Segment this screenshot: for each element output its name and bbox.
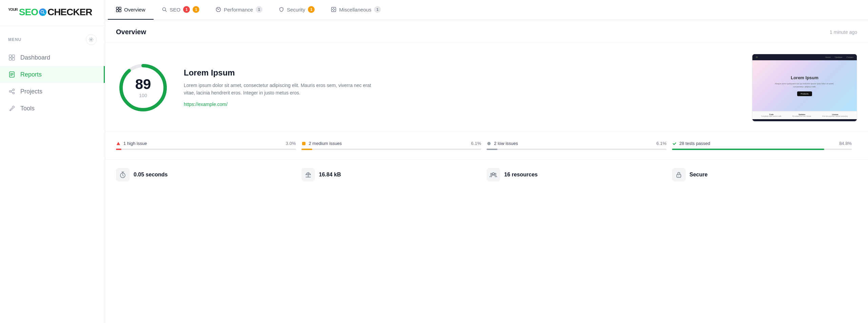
thumbnail-nav-link-updates: Updates [835, 56, 842, 58]
security-tab-icon [279, 7, 284, 12]
low-issue-pct: 6.1% [656, 141, 667, 146]
svg-line-14 [11, 90, 13, 91]
menu-settings-button[interactable] [86, 34, 97, 45]
svg-point-37 [492, 173, 494, 175]
site-name: Lorem Ipsum [184, 68, 738, 78]
svg-rect-5 [9, 58, 12, 60]
svg-point-11 [9, 91, 11, 92]
passed-issue-icon [672, 141, 677, 146]
gauge-score-value: 89 [135, 77, 151, 91]
sidebar-item-reports[interactable]: Reports [0, 66, 105, 83]
thumbnail-nav-link-home: Home [825, 56, 831, 58]
thumbnail-body: Lorem Ipsum Neque porro quisquam est qui… [752, 60, 857, 111]
resources-icon [487, 168, 500, 181]
stat-time: 0.05 seconds [116, 168, 301, 181]
tab-miscellaneous[interactable]: Miscellaneous 1 [323, 0, 389, 20]
svg-point-38 [491, 173, 492, 175]
thumbnail-footer: Code Completely open source code. Update… [752, 111, 857, 119]
tools-icon [8, 105, 16, 112]
scale-icon [301, 168, 315, 181]
tab-security-label: Security [287, 7, 305, 13]
svg-point-16 [10, 110, 11, 110]
logo-your: YOUR [8, 7, 18, 12]
svg-line-15 [11, 92, 13, 93]
svg-line-22 [165, 10, 166, 12]
svg-rect-19 [116, 10, 118, 12]
medium-issue-icon [301, 141, 306, 146]
high-issue-pct: 3.0% [286, 141, 296, 146]
thumbnail-cta-button: Products [797, 91, 812, 96]
issue-low-label-row: 2 low issues [487, 141, 518, 146]
high-issue-icon [116, 141, 121, 146]
thumbnail-footer-license: License One time payment, lifetime owner… [822, 113, 848, 117]
issue-passed-header: 28 tests passed 84.8% [672, 141, 852, 146]
sidebar: YOUR SEO CHECKER MENU [0, 0, 105, 323]
site-info: Lorem Ipsum Lorem ipsum dolor sit amet, … [184, 68, 738, 108]
logo-seo: SEO [19, 7, 38, 18]
menu-header: MENU [0, 26, 105, 49]
sidebar-item-projects-label: Projects [20, 88, 42, 95]
svg-rect-18 [119, 7, 121, 9]
svg-point-39 [495, 173, 496, 175]
high-issue-label: 1 high issue [123, 141, 147, 146]
score-section: 89 100 Lorem Ipsum Lorem ipsum dolor sit… [105, 43, 868, 131]
svg-rect-17 [116, 7, 118, 9]
svg-rect-29 [332, 7, 336, 12]
svg-point-27 [334, 9, 335, 10]
stat-secure-value: Secure [690, 172, 708, 178]
sidebar-nav: Dashboard Reports [0, 49, 105, 117]
thumbnail-subtitle: Neque porro quisquam est qui dolorem ips… [771, 82, 839, 88]
logo-checker: CHECKER [47, 7, 92, 18]
medium-issue-label: 2 medium issues [309, 141, 342, 146]
tab-overview-label: Overview [124, 7, 145, 13]
thumbnail-nav-dot [756, 56, 758, 58]
site-thumbnail: Home Updates Contact Lorem Ipsum Neque p… [752, 54, 857, 122]
tab-seo[interactable]: SEO 1 1 [154, 0, 208, 20]
low-issue-bar-track [487, 149, 667, 150]
svg-point-24 [218, 9, 219, 10]
sidebar-item-dashboard[interactable]: Dashboard [0, 49, 105, 66]
overview-tab-icon [116, 7, 121, 12]
gauge-total-value: 100 [135, 93, 151, 98]
logo: YOUR SEO CHECKER [8, 7, 97, 18]
svg-point-31 [487, 142, 491, 145]
svg-rect-30 [302, 142, 305, 145]
svg-line-1 [43, 13, 44, 14]
passed-issue-label: 28 tests passed [679, 141, 710, 146]
stat-resources-value: 16 resources [504, 172, 538, 178]
tab-performance-badge: 1 [256, 6, 262, 13]
tab-security[interactable]: Security 1 [271, 0, 323, 20]
sidebar-item-tools-label: Tools [20, 105, 35, 112]
overview-title: Overview [116, 28, 146, 36]
passed-issue-pct: 84.8% [839, 141, 852, 146]
svg-rect-6 [12, 58, 15, 60]
logo-icon [39, 8, 46, 16]
stats-section: 0.05 seconds 16.84 kB [105, 160, 868, 190]
issue-high: 1 high issue 3.0% [116, 141, 301, 150]
lock-icon [672, 168, 686, 181]
tab-performance[interactable]: Performance 1 [208, 0, 271, 20]
tab-miscellaneous-label: Miscellaneous [339, 7, 371, 13]
site-url[interactable]: https://example.com/ [184, 102, 228, 107]
sidebar-item-projects[interactable]: Projects [0, 83, 105, 100]
passed-issue-bar-fill [672, 149, 825, 150]
sidebar-item-reports-label: Reports [20, 71, 42, 78]
high-issue-bar-fill [116, 149, 121, 150]
main-content: Overview SEO 1 1 Performan [105, 0, 868, 323]
tab-seo-label: SEO [170, 7, 181, 13]
miscellaneous-tab-icon [331, 7, 336, 12]
thumbnail-footer-license-text: One time payment, lifetime ownership. [822, 115, 848, 117]
issue-passed-label-row: 28 tests passed [672, 141, 710, 146]
sidebar-item-dashboard-label: Dashboard [20, 54, 50, 61]
gauge-text: 89 100 [135, 77, 151, 98]
score-gauge: 89 100 [116, 61, 170, 115]
thumbnail-footer-code-text: Completely open source code. [761, 115, 782, 117]
logo-area: YOUR SEO CHECKER [0, 0, 105, 26]
dashboard-icon [8, 54, 16, 61]
low-issue-icon [487, 141, 491, 146]
sidebar-item-tools[interactable]: Tools [0, 100, 105, 117]
svg-rect-3 [9, 55, 12, 57]
low-issue-bar-fill [487, 149, 497, 150]
tab-overview[interactable]: Overview [108, 0, 154, 20]
stat-size: 16.84 kB [301, 168, 487, 181]
